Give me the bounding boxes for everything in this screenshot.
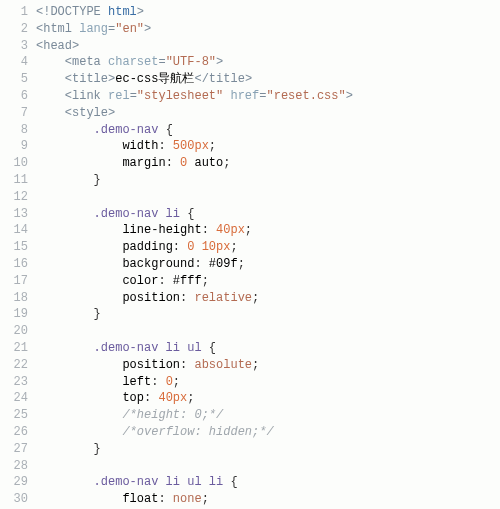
code-line: 28 [0, 458, 500, 475]
code-content: background: #09f; [36, 256, 245, 273]
code-line: 4 <meta charset="UTF-8"> [0, 54, 500, 71]
line-number: 25 [0, 407, 36, 424]
code-line: 11 } [0, 172, 500, 189]
line-number: 1 [0, 4, 36, 21]
line-number: 7 [0, 105, 36, 122]
code-line: 16 background: #09f; [0, 256, 500, 273]
code-line: 8 .demo-nav { [0, 122, 500, 139]
code-content: <meta charset="UTF-8"> [36, 54, 223, 71]
code-content: width: 500px; [36, 138, 216, 155]
code-content: <style> [36, 105, 115, 122]
line-number: 5 [0, 71, 36, 88]
code-line: 14 line-height: 40px; [0, 222, 500, 239]
line-number: 28 [0, 458, 36, 475]
line-number: 24 [0, 390, 36, 407]
line-number: 2 [0, 21, 36, 38]
code-content: top: 40px; [36, 390, 194, 407]
code-editor: 1<!DOCTYPE html>2<html lang="en">3<head>… [0, 4, 500, 509]
code-line: 9 width: 500px; [0, 138, 500, 155]
code-content: padding: 0 10px; [36, 239, 238, 256]
code-content: left: 0; [36, 374, 180, 391]
code-line: 3<head> [0, 38, 500, 55]
code-content: <head> [36, 38, 79, 55]
code-content: line-height: 40px; [36, 222, 252, 239]
line-number: 18 [0, 290, 36, 307]
line-number: 11 [0, 172, 36, 189]
line-number: 23 [0, 374, 36, 391]
code-line: 21 .demo-nav li ul { [0, 340, 500, 357]
line-number: 6 [0, 88, 36, 105]
code-line: 30 float: none; [0, 491, 500, 508]
line-number: 15 [0, 239, 36, 256]
line-number: 8 [0, 122, 36, 139]
line-number: 21 [0, 340, 36, 357]
line-number: 30 [0, 491, 36, 508]
code-line: 5 <title>ec-css导航栏</title> [0, 71, 500, 88]
code-content: <link rel="stylesheet" href="reset.css"> [36, 88, 353, 105]
line-number: 12 [0, 189, 36, 206]
code-line: 24 top: 40px; [0, 390, 500, 407]
line-number: 27 [0, 441, 36, 458]
line-number: 4 [0, 54, 36, 71]
code-content: position: absolute; [36, 357, 259, 374]
code-line: 22 position: absolute; [0, 357, 500, 374]
line-number: 16 [0, 256, 36, 273]
line-number: 3 [0, 38, 36, 55]
code-content: .demo-nav { [36, 122, 173, 139]
line-number: 17 [0, 273, 36, 290]
line-number: 19 [0, 306, 36, 323]
code-line: 19 } [0, 306, 500, 323]
code-line: 12 [0, 189, 500, 206]
line-number: 26 [0, 424, 36, 441]
code-line: 23 left: 0; [0, 374, 500, 391]
code-content: } [36, 172, 101, 189]
code-line: 2<html lang="en"> [0, 21, 500, 38]
code-line: 27 } [0, 441, 500, 458]
code-content: .demo-nav li ul { [36, 340, 216, 357]
code-line: 20 [0, 323, 500, 340]
line-number: 14 [0, 222, 36, 239]
code-content: float: none; [36, 491, 209, 508]
code-line: 13 .demo-nav li { [0, 206, 500, 223]
line-number: 20 [0, 323, 36, 340]
code-content: .demo-nav li { [36, 206, 194, 223]
code-content: } [36, 306, 101, 323]
line-number: 22 [0, 357, 36, 374]
code-line: 18 position: relative; [0, 290, 500, 307]
code-content: color: #fff; [36, 273, 209, 290]
line-number: 9 [0, 138, 36, 155]
code-line: 15 padding: 0 10px; [0, 239, 500, 256]
code-content: margin: 0 auto; [36, 155, 230, 172]
code-content: <!DOCTYPE html> [36, 4, 144, 21]
code-content: <title>ec-css导航栏</title> [36, 71, 252, 88]
code-content: } [36, 441, 101, 458]
code-line: 10 margin: 0 auto; [0, 155, 500, 172]
code-content: /*overflow: hidden;*/ [36, 424, 274, 441]
line-number: 13 [0, 206, 36, 223]
code-line: 26 /*overflow: hidden;*/ [0, 424, 500, 441]
code-content: position: relative; [36, 290, 259, 307]
code-content: .demo-nav li ul li { [36, 474, 238, 491]
code-line: 6 <link rel="stylesheet" href="reset.css… [0, 88, 500, 105]
code-content: /*height: 0;*/ [36, 407, 223, 424]
code-line: 29 .demo-nav li ul li { [0, 474, 500, 491]
line-number: 29 [0, 474, 36, 491]
code-content: <html lang="en"> [36, 21, 151, 38]
code-line: 7 <style> [0, 105, 500, 122]
line-number: 10 [0, 155, 36, 172]
code-line: 1<!DOCTYPE html> [0, 4, 500, 21]
code-line: 25 /*height: 0;*/ [0, 407, 500, 424]
code-line: 17 color: #fff; [0, 273, 500, 290]
